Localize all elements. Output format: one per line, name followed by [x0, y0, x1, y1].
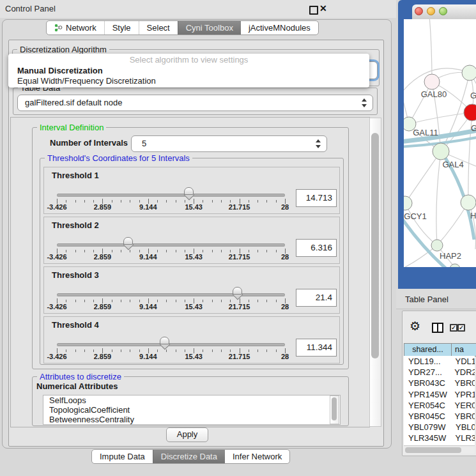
spinner-arrows-icon: [315, 139, 321, 148]
algorithm-popup-item-equal-width[interactable]: Equal Width/Frequency Discretization: [17, 76, 156, 86]
table-row[interactable]: YBR043CYBR0: [404, 378, 475, 388]
slider-tick: [221, 200, 222, 203]
network-node[interactable]: [461, 195, 476, 210]
slider-tick: [121, 349, 121, 352]
slider-tick: [257, 250, 258, 252]
slider-tick-label: -3.426: [39, 353, 75, 360]
network-edge[interactable]: [429, 19, 432, 82]
network-edge[interactable]: [405, 203, 437, 245]
column-header-name[interactable]: na: [451, 343, 476, 357]
slider-thumb[interactable]: [233, 287, 242, 300]
close-window-icon[interactable]: [415, 7, 423, 15]
slider-tick: [276, 200, 277, 203]
settings-scrollbar[interactable]: [369, 118, 381, 427]
slider-thumb[interactable]: [160, 337, 169, 349]
slider-tick-label: 21.715: [222, 253, 257, 261]
tab-style[interactable]: Style: [104, 21, 139, 35]
table-cell: YDL1: [452, 356, 475, 367]
numerical-attributes-list[interactable]: SelfLoopsTopologicalCoefficientBetweenne…: [43, 395, 341, 425]
threshold-value-input[interactable]: 11.344: [296, 339, 337, 357]
threshold-box-2: Threshold 2-3.4262.8599.14415.4321.71528…: [43, 217, 340, 264]
minimize-window-icon[interactable]: [427, 7, 435, 15]
network-node[interactable]: [450, 264, 460, 267]
control-panel-title: Control Panel: [5, 4, 56, 13]
network-node[interactable]: [464, 104, 476, 121]
slider-tick: [185, 300, 185, 302]
network-edge[interactable]: [405, 151, 441, 203]
tab-label: Impute Data: [100, 450, 145, 463]
attribute-list-item[interactable]: TopologicalCoefficient: [43, 405, 340, 415]
slider-tick-label: 21.715: [222, 303, 257, 311]
zoom-window-icon[interactable]: [439, 7, 447, 15]
slider-tick: [157, 250, 158, 252]
slider-tick-label: 2.859: [84, 203, 120, 211]
tab-impute-data[interactable]: Impute Data: [92, 450, 153, 463]
network-window-titlebar[interactable]: [412, 4, 476, 20]
column-layout-icon[interactable]: [432, 323, 443, 333]
slider-tick: [230, 250, 231, 252]
checkbox-icon[interactable]: ✓: [450, 324, 457, 332]
slider-track[interactable]: [57, 243, 285, 247]
network-node[interactable]: [424, 74, 440, 89]
threshold-value-input[interactable]: 14.713: [296, 189, 337, 207]
network-node[interactable]: [431, 240, 443, 251]
slider-tick: [66, 300, 66, 302]
tab-label: Infer Network: [233, 450, 282, 463]
table-horizontal-scrollbar[interactable]: [404, 445, 475, 454]
slider-track[interactable]: [57, 293, 285, 296]
attribute-list-item[interactable]: BetweennessCentrality: [43, 415, 340, 424]
network-node[interactable]: [404, 196, 412, 210]
table-row[interactable]: YLR345WYLR3: [404, 433, 475, 443]
attributes-list-scrollbar-thumb[interactable]: [332, 397, 337, 420]
threshold-value-input[interactable]: 21.4: [296, 289, 337, 307]
attributes-group-title: Attributes to discretize: [37, 372, 124, 381]
number-of-intervals-spinner[interactable]: 5: [131, 135, 327, 152]
checkbox-icon[interactable]: ✓: [457, 324, 465, 332]
slider-tick-label: 9.144: [130, 253, 166, 261]
table-row[interactable]: YDR27...YDR2: [404, 367, 475, 378]
settings-scrollbar-thumb[interactable]: [371, 133, 379, 358]
table-row[interactable]: YBR045CYBR0: [404, 411, 475, 422]
table-data-combobox[interactable]: galFiltered.sif default node: [17, 95, 373, 111]
slider-tick-label: 9.144: [130, 353, 166, 360]
threshold-value-input[interactable]: 6.316: [296, 239, 337, 257]
threshold-label: Threshold 4: [52, 320, 99, 330]
network-node[interactable]: [433, 143, 449, 160]
apply-button[interactable]: Apply: [166, 427, 208, 442]
network-view[interactable]: GAL80GAGGAL11GAL4GCY1HHAP2: [404, 19, 476, 267]
network-node[interactable]: [462, 65, 476, 81]
algorithm-popup-item-manual[interactable]: Manual Discretization: [17, 66, 103, 75]
slider-tick: [121, 300, 121, 302]
slider-tick-label: 9.144: [130, 303, 166, 311]
table-horizontal-scrollbar-thumb[interactable]: [405, 447, 461, 453]
gear-icon[interactable]: ⚙: [410, 319, 420, 334]
slider-tick: [112, 250, 112, 252]
slider-tick: [249, 349, 249, 352]
table-row[interactable]: YDL19...YDL1: [404, 356, 475, 367]
slider-tick: [139, 250, 140, 252]
tab-discretize-data[interactable]: Discretize Data: [153, 450, 225, 463]
tab-network[interactable]: Network: [47, 21, 104, 35]
table-row[interactable]: YPR145WYPR1: [404, 389, 475, 400]
tab-cyni-toolbox[interactable]: Cyni Toolbox: [178, 21, 241, 35]
tab-jactivemnodules[interactable]: jActiveMNodules: [241, 21, 318, 35]
tab-select[interactable]: Select: [139, 21, 178, 35]
slider-tick: [266, 349, 267, 352]
slider-track[interactable]: [57, 343, 285, 346]
slider-tick: [130, 349, 130, 352]
slider-tick-label: -3.426: [39, 203, 75, 211]
column-header-shared-name[interactable]: shared...: [404, 343, 452, 357]
slider-thumb[interactable]: [184, 187, 194, 200]
tab-infer-network[interactable]: Infer Network: [225, 450, 289, 463]
slider-tick: [185, 200, 185, 203]
slider-track[interactable]: [57, 194, 285, 197]
table-row[interactable]: YBL079WYBL0: [404, 422, 475, 433]
slider-thumb[interactable]: [123, 237, 133, 250]
attribute-list-item[interactable]: SelfLoops: [43, 395, 340, 405]
attributes-list-scrollbar[interactable]: [330, 395, 339, 424]
table-row[interactable]: YER054CYER0: [404, 400, 475, 411]
network-edge[interactable]: [409, 112, 472, 124]
close-icon[interactable]: ✕: [319, 3, 327, 13]
network-edge[interactable]: [436, 151, 441, 245]
float-window-icon[interactable]: [309, 6, 318, 15]
